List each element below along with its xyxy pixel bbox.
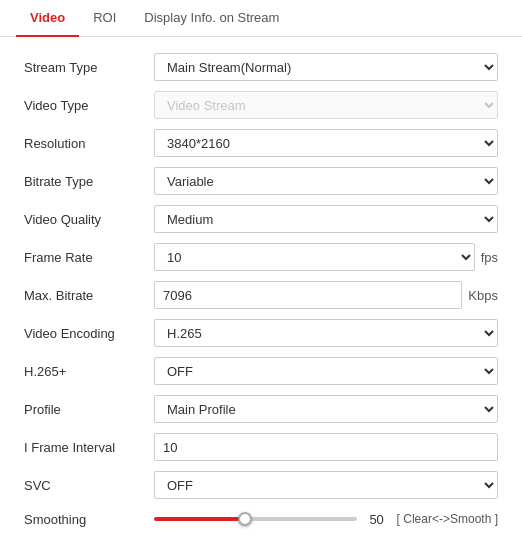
bitrate-type-control: Variable Constant	[154, 167, 498, 195]
svc-select[interactable]: OFF ON	[154, 471, 498, 499]
svc-control: OFF ON	[154, 471, 498, 499]
bitrate-type-row: Bitrate Type Variable Constant	[24, 167, 498, 195]
profile-control: Main Profile High Profile Baseline Profi…	[154, 395, 498, 423]
video-encoding-select[interactable]: H.264 H.265 MJPEG	[154, 319, 498, 347]
video-type-row: Video Type Video Stream	[24, 91, 498, 119]
tabs-container: Video ROI Display Info. on Stream	[0, 0, 522, 37]
profile-select[interactable]: Main Profile High Profile Baseline Profi…	[154, 395, 498, 423]
max-bitrate-input[interactable]	[154, 281, 462, 309]
tab-roi[interactable]: ROI	[79, 0, 130, 37]
resolution-row: Resolution 3840*2160 1920*1080 1280*720	[24, 129, 498, 157]
max-bitrate-row: Max. Bitrate Kbps	[24, 281, 498, 309]
h265plus-control: OFF ON	[154, 357, 498, 385]
smoothing-label: Smoothing	[24, 512, 154, 527]
form-content: Stream Type Main Stream(Normal) Sub Stre…	[0, 53, 522, 536]
h265plus-label: H.265+	[24, 364, 154, 379]
i-frame-interval-control	[154, 433, 498, 461]
smoothing-hint: [ Clear<->Smooth ]	[397, 512, 498, 526]
video-type-select[interactable]: Video Stream	[154, 91, 498, 119]
resolution-label: Resolution	[24, 136, 154, 151]
profile-label: Profile	[24, 402, 154, 417]
frame-rate-suffix: fps	[481, 250, 498, 265]
stream-type-label: Stream Type	[24, 60, 154, 75]
video-encoding-control: H.264 H.265 MJPEG	[154, 319, 498, 347]
max-bitrate-label: Max. Bitrate	[24, 288, 154, 303]
smoothing-value: 50	[365, 512, 389, 527]
resolution-select[interactable]: 3840*2160 1920*1080 1280*720	[154, 129, 498, 157]
bitrate-type-select[interactable]: Variable Constant	[154, 167, 498, 195]
video-type-control: Video Stream	[154, 91, 498, 119]
svc-label: SVC	[24, 478, 154, 493]
frame-rate-control: 10 5 15 25 fps	[154, 243, 498, 271]
stream-type-row: Stream Type Main Stream(Normal) Sub Stre…	[24, 53, 498, 81]
i-frame-interval-input[interactable]	[154, 433, 498, 461]
video-quality-select[interactable]: Lowest Lower Low Medium High Higher High…	[154, 205, 498, 233]
stream-type-control: Main Stream(Normal) Sub Stream Third Str…	[154, 53, 498, 81]
i-frame-interval-label: I Frame Interval	[24, 440, 154, 455]
smoothing-control: 50 [ Clear<->Smooth ]	[154, 509, 498, 529]
svc-row: SVC OFF ON	[24, 471, 498, 499]
max-bitrate-control: Kbps	[154, 281, 498, 309]
video-quality-label: Video Quality	[24, 212, 154, 227]
tab-display-info[interactable]: Display Info. on Stream	[130, 0, 293, 37]
frame-rate-label: Frame Rate	[24, 250, 154, 265]
h265plus-select[interactable]: OFF ON	[154, 357, 498, 385]
smoothing-slider-track-container[interactable]	[154, 509, 357, 529]
video-encoding-row: Video Encoding H.264 H.265 MJPEG	[24, 319, 498, 347]
max-bitrate-suffix: Kbps	[468, 288, 498, 303]
stream-type-select[interactable]: Main Stream(Normal) Sub Stream Third Str…	[154, 53, 498, 81]
video-quality-row: Video Quality Lowest Lower Low Medium Hi…	[24, 205, 498, 233]
i-frame-interval-row: I Frame Interval	[24, 433, 498, 461]
profile-row: Profile Main Profile High Profile Baseli…	[24, 395, 498, 423]
smoothing-row: Smoothing 50 [ Clear<->Smooth ]	[24, 509, 498, 529]
video-quality-control: Lowest Lower Low Medium High Higher High…	[154, 205, 498, 233]
h265plus-row: H.265+ OFF ON	[24, 357, 498, 385]
frame-rate-row: Frame Rate 10 5 15 25 fps	[24, 243, 498, 271]
frame-rate-select[interactable]: 10 5 15 25	[154, 243, 475, 271]
video-encoding-label: Video Encoding	[24, 326, 154, 341]
tab-video[interactable]: Video	[16, 0, 79, 37]
bitrate-type-label: Bitrate Type	[24, 174, 154, 189]
video-type-label: Video Type	[24, 98, 154, 113]
resolution-control: 3840*2160 1920*1080 1280*720	[154, 129, 498, 157]
